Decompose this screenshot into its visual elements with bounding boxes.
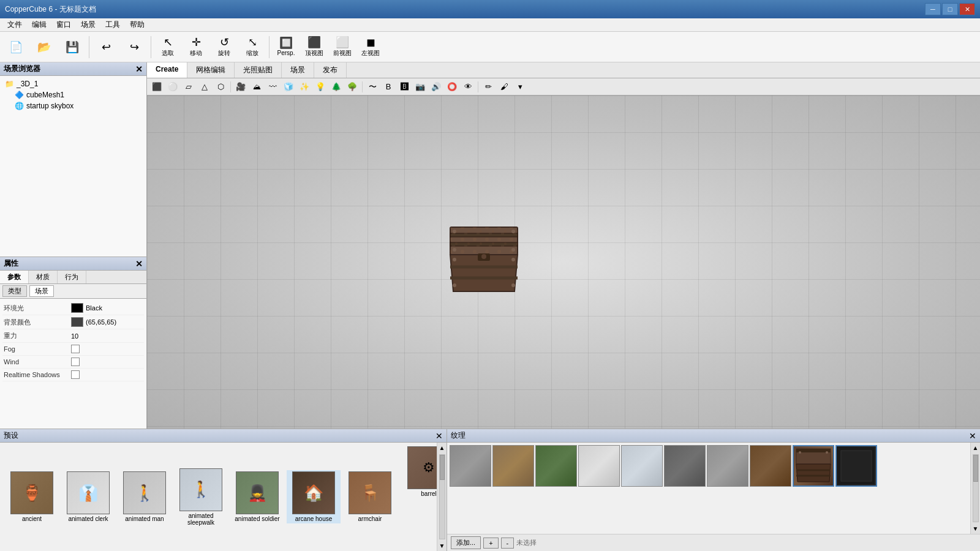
preset-item-sleepwalk[interactable]: 🚶 animated sleepwalk — [174, 467, 228, 527]
vp-eye-icon[interactable]: 👁 — [461, 80, 475, 94]
presets-scroll-down[interactable]: ▼ — [437, 541, 447, 551]
preset-item-arcane[interactable]: 🏠 arcane house — [287, 470, 341, 523]
rotate-button[interactable]: ↺ 旋转 — [211, 34, 238, 61]
save-button[interactable]: 💾 — [59, 34, 86, 61]
vp-tab-lightmap[interactable]: 光照贴图 — [235, 62, 282, 78]
tex-scroll-thumb[interactable] — [973, 455, 978, 482]
vp-tab-publish[interactable]: 发布 — [314, 62, 347, 78]
presets-scroll-track[interactable] — [439, 454, 445, 539]
tree-item-3d1[interactable]: 📁 _3D_1 — [2, 78, 144, 89]
vp-tab-scene[interactable]: 场景 — [282, 62, 314, 78]
menu-help[interactable]: 帮助 — [125, 18, 149, 31]
vp-tab-create[interactable]: Create — [147, 62, 187, 78]
tex-item-brick[interactable] — [492, 445, 534, 487]
vp-terrain-icon[interactable]: △ — [197, 80, 212, 94]
vp-model-icon[interactable]: 🧊 — [281, 80, 296, 94]
move-button[interactable]: ✛ 移动 — [183, 34, 209, 61]
tex-plus-button[interactable]: + — [483, 538, 498, 549]
redo-button[interactable]: ↪ — [121, 34, 148, 61]
vp-mountain-icon[interactable]: ⛰ — [249, 80, 264, 94]
vp-particle-icon[interactable]: ✨ — [297, 80, 312, 94]
vp-billboard-icon[interactable]: 🅱 — [397, 80, 412, 94]
tex-item-metal[interactable] — [707, 445, 748, 487]
vp-water-icon[interactable]: 〰 — [265, 80, 280, 94]
left-view-button[interactable]: ◼ 左视图 — [357, 34, 384, 61]
vp-bold-icon[interactable]: B — [381, 80, 396, 94]
new-button[interactable]: 📄 — [2, 34, 29, 61]
undo-button[interactable]: ↩ — [92, 34, 119, 61]
presets-scroll-up[interactable]: ▲ — [437, 443, 447, 453]
wind-checkbox[interactable] — [71, 358, 80, 366]
tree-item-skybox[interactable]: 🌐 startup skybox — [2, 100, 144, 111]
close-button[interactable]: ✕ — [959, 3, 975, 15]
preset-item-man[interactable]: 🚶 animated man — [118, 470, 172, 523]
vp-more-icon[interactable]: ▾ — [513, 80, 527, 94]
persp-label: Persp. — [277, 50, 295, 56]
top-view-button[interactable]: ⬛ 顶视图 — [301, 34, 328, 61]
tex-item-chest[interactable] — [793, 445, 834, 487]
tex-minus-button[interactable]: - — [501, 538, 514, 549]
open-button[interactable]: 📂 — [31, 34, 58, 61]
tex-item-sky[interactable] — [621, 445, 663, 487]
vp-skybox-icon[interactable]: ⬡ — [213, 80, 228, 94]
vp-sphere-icon[interactable]: ⚪ — [165, 80, 180, 94]
vp-light-icon[interactable]: 💡 — [313, 80, 328, 94]
scale-button[interactable]: ⤡ 缩放 — [239, 34, 266, 61]
vp-tree2-icon[interactable]: 🌳 — [345, 80, 360, 94]
properties-close[interactable]: ✕ — [135, 259, 143, 269]
vp-camera-icon[interactable]: 📷 — [413, 80, 428, 94]
menu-tools[interactable]: 工具 — [100, 18, 125, 31]
vp-sound-icon[interactable]: 🔊 — [429, 80, 443, 94]
vp-brush-icon[interactable]: 🖌 — [497, 80, 511, 94]
textures-close[interactable]: ✕ — [969, 431, 976, 441]
preset-item-more1[interactable]: ⚙ barrel — [402, 445, 437, 546]
menu-file[interactable]: 文件 — [2, 18, 27, 31]
tex-item-light[interactable] — [578, 445, 620, 487]
preset-item-clerk[interactable]: 👔 animated clerk — [61, 470, 115, 523]
vp-circle-icon[interactable]: ⭕ — [445, 80, 459, 94]
scene-3d-object[interactable] — [447, 224, 521, 294]
tex-item-dark[interactable] — [664, 445, 706, 487]
props-tab-materials[interactable]: 材质 — [29, 271, 58, 283]
canvas-area[interactable] — [147, 96, 980, 429]
vp-video-icon[interactable]: 🎥 — [233, 80, 248, 94]
vp-plane-icon[interactable]: ▱ — [181, 80, 196, 94]
preset-item-soldier[interactable]: 💂 animated soldier — [230, 470, 284, 523]
tex-scroll-track[interactable] — [973, 454, 979, 522]
tex-item-concrete[interactable] — [450, 445, 491, 487]
vp-pencil-icon[interactable]: ✏ — [481, 80, 496, 94]
vp-cube-icon[interactable]: ⬛ — [149, 80, 164, 94]
save-icon: 💾 — [66, 42, 79, 53]
tex-item-special[interactable] — [835, 445, 877, 487]
vp-wave-icon[interactable]: 〜 — [365, 80, 380, 94]
maximize-button[interactable]: □ — [942, 3, 958, 15]
preset-item-armchair[interactable]: 🪑 armchair — [343, 470, 397, 523]
props-tab-params[interactable]: 参数 — [0, 271, 29, 283]
menu-edit[interactable]: 编辑 — [27, 18, 51, 31]
preset-item-ancient[interactable]: 🏺 ancient — [5, 470, 59, 523]
vp-tab-mesh[interactable]: 网格编辑 — [187, 62, 235, 78]
presets-close[interactable]: ✕ — [435, 431, 443, 441]
tree-item-cubemesh[interactable]: 🔷 cubeMesh1 — [2, 89, 144, 100]
props-subtab-type[interactable]: 类型 — [2, 285, 27, 297]
vp-tree-icon[interactable]: 🌲 — [329, 80, 344, 94]
props-tab-behavior[interactable]: 行为 — [58, 271, 86, 283]
presets-scroll-thumb[interactable] — [440, 455, 445, 480]
minimize-button[interactable]: ─ — [925, 3, 941, 15]
select-button[interactable]: ↖ 选取 — [154, 34, 181, 61]
tex-item-grass[interactable] — [535, 445, 577, 487]
props-subtab-scene[interactable]: 场景 — [29, 285, 54, 297]
menu-scene[interactable]: 场景 — [76, 18, 100, 31]
persp-button[interactable]: 🔲 Persp. — [273, 34, 300, 61]
tex-scroll-up[interactable]: ▲ — [971, 443, 980, 453]
tex-item-wood[interactable] — [750, 445, 791, 487]
scene-browser-close[interactable]: ✕ — [135, 64, 143, 74]
menu-window[interactable]: 窗口 — [51, 18, 76, 31]
tex-scroll-down[interactable]: ▼ — [971, 523, 980, 534]
ambient-color-swatch[interactable] — [71, 303, 83, 313]
add-texture-button[interactable]: 添加... — [451, 536, 481, 549]
front-view-button[interactable]: ⬜ 前视图 — [329, 34, 356, 61]
fog-checkbox[interactable] — [71, 345, 80, 353]
bgcolor-color-swatch[interactable] — [71, 317, 83, 327]
shadows-checkbox[interactable] — [71, 370, 80, 379]
